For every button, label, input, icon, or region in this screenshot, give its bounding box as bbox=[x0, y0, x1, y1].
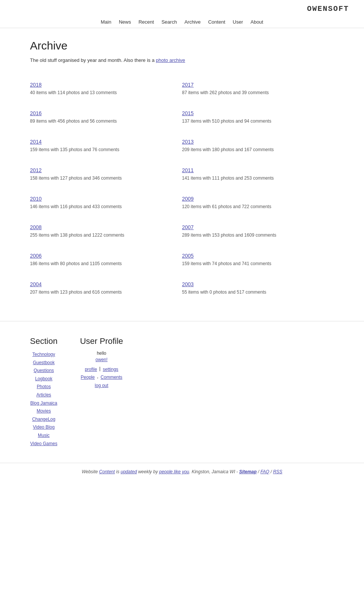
list-item: 2018 40 items with 114 photos and 13 com… bbox=[30, 74, 182, 103]
footer-section: Section Technology Guestbook Questions L… bbox=[0, 325, 364, 455]
list-item: 2017 87 items with 262 photos and 39 com… bbox=[182, 74, 334, 103]
year-2012-link[interactable]: 2012 bbox=[30, 167, 182, 173]
year-2006-stats: 186 items with 80 photos and 1105 commen… bbox=[30, 261, 182, 266]
year-2006-link[interactable]: 2006 bbox=[30, 253, 182, 259]
logout-link[interactable]: log out bbox=[80, 382, 123, 390]
section-heading: Section bbox=[30, 336, 57, 346]
user-profile-col: User Profile hello owen! profile | setti… bbox=[80, 336, 123, 448]
year-2005-link[interactable]: 2005 bbox=[182, 253, 334, 259]
year-2014-link[interactable]: 2014 bbox=[30, 139, 182, 145]
footer-text: Website Content is updated weekly by peo… bbox=[82, 469, 282, 474]
section-col: Section Technology Guestbook Questions L… bbox=[30, 336, 57, 448]
nav-content[interactable]: Content bbox=[208, 19, 225, 25]
year-2015-stats: 137 items with 510 photos and 94 comment… bbox=[182, 118, 334, 124]
year-2004-link[interactable]: 2004 bbox=[30, 281, 182, 287]
section-technology[interactable]: Technology bbox=[30, 351, 57, 359]
section-music[interactable]: Music bbox=[30, 432, 57, 440]
main-content: Archive The old stuff organised by year … bbox=[0, 28, 364, 317]
user-profile-heading: User Profile bbox=[80, 336, 123, 346]
year-2016-link[interactable]: 2016 bbox=[30, 110, 182, 116]
section-divider bbox=[0, 321, 364, 321]
year-2009-stats: 120 items with 61 photos and 722 comment… bbox=[182, 204, 334, 209]
rss-link[interactable]: RSS bbox=[273, 469, 282, 474]
header: OWENSOFT Main News Recent Search Archive… bbox=[0, 0, 364, 28]
section-guestbook[interactable]: Guestbook bbox=[30, 359, 57, 367]
year-2017-stats: 87 items with 262 photos and 39 comments bbox=[182, 90, 334, 95]
user-greeting: hello owen! bbox=[80, 351, 123, 364]
list-item: 2011 141 items with 111 photos and 253 c… bbox=[182, 160, 334, 188]
list-item: 2005 159 items with 74 photos and 741 co… bbox=[182, 245, 334, 274]
sitemap-link[interactable]: Sitemap bbox=[239, 469, 257, 474]
year-2010-stats: 146 items with 116 photos and 433 commen… bbox=[30, 204, 182, 209]
year-2008-stats: 255 items with 138 photos and 1222 comme… bbox=[30, 232, 182, 238]
section-movies[interactable]: Movies bbox=[30, 407, 57, 416]
year-2005-stats: 159 items with 74 photos and 741 comment… bbox=[182, 261, 334, 266]
main-nav: Main News Recent Search Archive Content … bbox=[15, 16, 349, 28]
list-item: 2008 255 items with 138 photos and 1222 … bbox=[30, 217, 182, 245]
people-link[interactable]: People bbox=[81, 374, 94, 382]
comments-link[interactable]: Comments bbox=[100, 374, 122, 382]
people-like-you-link[interactable]: people like you bbox=[159, 469, 189, 474]
list-item: 2014 159 items with 135 photos and 76 co… bbox=[30, 131, 182, 160]
photo-archive-link[interactable]: photo archive bbox=[156, 57, 185, 63]
year-2012-stats: 158 items with 127 photos and 346 commen… bbox=[30, 176, 182, 181]
year-2003-stats: 55 items with 0 photos and 517 comments bbox=[182, 290, 334, 295]
list-item: 2006 186 items with 80 photos and 1105 c… bbox=[30, 245, 182, 274]
separator2: , bbox=[97, 374, 99, 382]
year-2008-link[interactable]: 2008 bbox=[30, 224, 182, 230]
people-comments-links: People , Comments bbox=[80, 374, 123, 382]
list-item: 2004 207 items with 123 photos and 616 c… bbox=[30, 274, 182, 302]
section-articles[interactable]: Articles bbox=[30, 391, 57, 399]
nav-search[interactable]: Search bbox=[162, 19, 177, 25]
nav-user[interactable]: User bbox=[233, 19, 243, 25]
site-title: OWENSOFT bbox=[15, 4, 349, 13]
archive-grid: 2018 40 items with 114 photos and 13 com… bbox=[30, 74, 334, 302]
faq-link[interactable]: FAQ bbox=[261, 469, 270, 474]
year-2003-link[interactable]: 2003 bbox=[182, 281, 334, 287]
list-item: 2015 137 items with 510 photos and 94 co… bbox=[182, 103, 334, 131]
list-item: 2013 209 items with 180 photos and 167 c… bbox=[182, 131, 334, 160]
year-2014-stats: 159 items with 135 photos and 76 comment… bbox=[30, 147, 182, 152]
nav-recent[interactable]: Recent bbox=[138, 19, 154, 25]
list-item: 2010 146 items with 116 photos and 433 c… bbox=[30, 188, 182, 217]
year-2017-link[interactable]: 2017 bbox=[182, 82, 334, 88]
year-2004-stats: 207 items with 123 photos and 616 commen… bbox=[30, 290, 182, 295]
year-2015-link[interactable]: 2015 bbox=[182, 110, 334, 116]
nav-about[interactable]: About bbox=[250, 19, 263, 25]
nav-archive[interactable]: Archive bbox=[184, 19, 201, 25]
year-2013-link[interactable]: 2013 bbox=[182, 139, 334, 145]
year-2016-stats: 89 items with 456 photos and 56 comments bbox=[30, 118, 182, 124]
section-video-games[interactable]: Video Games bbox=[30, 440, 57, 448]
section-blog-jamaica[interactable]: Blog Jamaica bbox=[30, 399, 57, 408]
section-photos[interactable]: Photos bbox=[30, 383, 57, 391]
nav-news[interactable]: News bbox=[119, 19, 131, 25]
list-item: 2009 120 items with 61 photos and 722 co… bbox=[182, 188, 334, 217]
profile-link[interactable]: profile bbox=[85, 366, 97, 374]
updated-link[interactable]: updated bbox=[121, 469, 137, 474]
year-2013-stats: 209 items with 180 photos and 167 commen… bbox=[182, 147, 334, 152]
year-2010-link[interactable]: 2010 bbox=[30, 196, 182, 202]
user-links: profile | settings bbox=[80, 366, 123, 374]
separator: | bbox=[99, 366, 100, 374]
list-item: 2003 55 items with 0 photos and 517 comm… bbox=[182, 274, 334, 302]
section-logbook[interactable]: Logbook bbox=[30, 375, 57, 383]
bottom-footer: Website Content is updated weekly by peo… bbox=[0, 463, 364, 480]
year-2007-link[interactable]: 2007 bbox=[182, 224, 334, 230]
list-item: 2007 289 items with 153 photos and 1609 … bbox=[182, 217, 334, 245]
year-2018-link[interactable]: 2018 bbox=[30, 82, 182, 88]
year-2011-stats: 141 items with 111 photos and 253 commen… bbox=[182, 176, 334, 181]
content-link[interactable]: Content bbox=[99, 469, 115, 474]
year-2018-stats: 40 items with 114 photos and 13 comments bbox=[30, 90, 182, 95]
nav-main[interactable]: Main bbox=[101, 19, 111, 25]
section-video-blog[interactable]: Video Blog bbox=[30, 423, 57, 432]
section-changelog[interactable]: ChangeLog bbox=[30, 416, 57, 424]
section-questions[interactable]: Questions bbox=[30, 367, 57, 375]
year-2011-link[interactable]: 2011 bbox=[182, 167, 334, 173]
user-name-link[interactable]: owen! bbox=[80, 356, 123, 364]
year-2009-link[interactable]: 2009 bbox=[182, 196, 334, 202]
page-title: Archive bbox=[30, 39, 334, 52]
page-description: The old stuff organised by year and mont… bbox=[30, 57, 334, 63]
list-item: 2012 158 items with 127 photos and 346 c… bbox=[30, 160, 182, 188]
settings-link[interactable]: settings bbox=[103, 366, 118, 374]
year-2007-stats: 289 items with 153 photos and 1609 comme… bbox=[182, 232, 334, 238]
